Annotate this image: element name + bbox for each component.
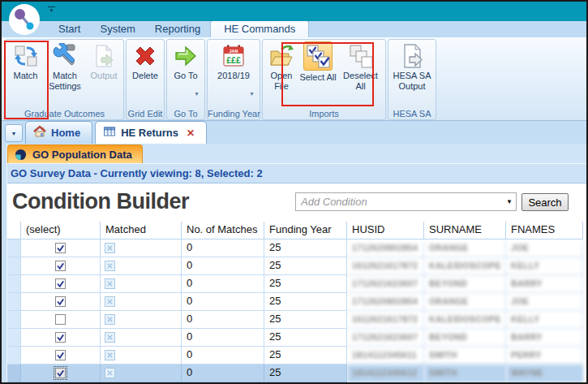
close-tab-icon[interactable]: ✕ [187,127,195,139]
add-condition-input[interactable] [296,196,503,208]
matched-cell [101,257,182,275]
go-to-label: Go To [174,71,197,81]
row-indicator[interactable] [7,365,21,382]
select-checkbox[interactable] [55,332,66,343]
dropdown-arrow-icon[interactable]: ▼ [249,91,255,97]
row-indicator[interactable] [7,275,21,293]
fnames-cell: KELLY [506,311,583,329]
matched-checkbox [105,314,115,325]
no-of-matches-cell: 0 [182,311,264,329]
row-indicator[interactable] [7,257,21,275]
content-area: GO Population Data GO Survey Data - Curr… [2,144,586,384]
select-all-icon [303,41,333,71]
row-indicator[interactable] [7,311,21,329]
no-of-matches-cell: 0 [182,329,264,347]
no-of-matches-cell: 0 [182,257,264,275]
select-checkbox[interactable] [55,350,66,360]
add-condition-combobox[interactable]: ▼ [295,192,517,211]
matched-checkbox [105,368,115,378]
ribbon-tab-he-commands[interactable]: HE Commands [210,20,309,38]
table-row[interactable]: 0251712620802854ORANGEJOE [7,239,583,257]
row-indicator[interactable] [7,239,21,257]
left-panel-strip [2,144,7,384]
select-cell [21,329,101,347]
column-header-surname[interactable]: SURNAME [424,222,506,239]
ribbon-tab-reporting[interactable]: Reporting [145,21,210,37]
select-cell [21,311,101,329]
table-row[interactable]: 0251712621623607BEYONDBARRY [7,329,583,347]
group-label-funding-year: Funding Year [208,109,260,119]
column-header-funding-year[interactable]: Funding Year [264,222,347,239]
svg-text:JAN: JAN [229,49,238,54]
surname-cell: KALEIDOSCOPE [424,257,506,275]
select-checkbox[interactable] [55,261,66,271]
go-population-data-tab[interactable]: GO Population Data [7,145,143,163]
open-file-folder-icon [268,43,294,69]
husid-cell: 1712621623607 [347,329,424,347]
combobox-dropdown-icon[interactable]: ▼ [503,198,516,205]
column-header-husid[interactable]: HUSID [347,222,424,239]
open-file-button[interactable]: Open File [264,41,298,107]
matched-cell [101,311,182,329]
app-logo-icon[interactable] [8,3,41,36]
no-of-matches-cell: 0 [182,293,264,311]
group-label-grid-edit: Grid Edit [127,109,164,119]
select-all-button[interactable]: Select All [298,41,337,107]
deselect-all-button[interactable]: Deselect All [337,41,384,107]
funding-year-cell: 25 [264,347,347,365]
search-button[interactable]: Search [521,193,569,211]
tab-list-dropdown-icon[interactable]: ▼ [5,124,23,142]
table-row[interactable]: 0251814112345612SMITHWAYNE [7,365,583,382]
output-label: Output [90,71,117,81]
match-button[interactable]: Match [7,41,44,107]
column-header-matched[interactable]: Matched [101,222,182,239]
doc-tab-home[interactable]: Home [25,121,92,144]
row-indicator[interactable] [7,347,21,365]
2018-19-button[interactable]: JAN£££2018/19▼ [209,41,258,107]
ribbon-tab-system[interactable]: System [90,21,144,37]
ribbon-tab-start[interactable]: Start [49,21,90,37]
surname-cell: BEYOND [424,329,506,347]
ribbon-tab-strip: StartSystemReportingHE Commands [2,21,586,37]
condition-builder-section: Condition Builder ▼ Search [7,183,586,222]
select-checkbox[interactable] [55,243,66,253]
population-panel-row: GO Population Data [7,144,586,163]
select-checkbox[interactable] [55,314,66,325]
matched-cell [101,239,182,257]
select-checkbox[interactable] [55,368,66,378]
column-header-select[interactable]: (select) [21,222,101,239]
table-row[interactable]: 0251814112345611SMITHPERRY [7,347,583,365]
select-cell [21,239,101,257]
surname-cell: SMITH [424,365,506,382]
matched-cell [101,329,182,347]
go-to-button[interactable]: Go To▼ [169,41,203,107]
no-of-matches-cell: 0 [182,239,264,257]
select-cell [21,293,101,311]
table-row[interactable]: 0251612621617872KALEIDOSCOPEKELLY [7,311,583,329]
condition-builder-title: Condition Builder [12,189,189,214]
dropdown-arrow-icon[interactable]: ▼ [194,91,200,97]
surname-cell: ORANGE [424,239,506,257]
funding-year-cell: 25 [264,365,347,382]
column-header-no-of-matches[interactable]: No. of Matches [182,222,264,239]
table-row[interactable]: 0251712620802854ORANGEJOE [7,293,583,311]
matched-cell [101,365,182,382]
output-button: Output [86,41,122,107]
row-indicator[interactable] [7,329,21,347]
select-checkbox[interactable] [55,278,66,289]
row-indicator[interactable] [7,293,21,311]
table-row[interactable]: 0251712621623607BEYONDBARRY [7,275,583,293]
surname-cell: KALEIDOSCOPE [424,311,506,329]
funding-year-cell: 25 [264,239,347,257]
column-header-fnames[interactable]: FNAMES [506,222,583,239]
delete-button[interactable]: Delete [128,41,162,107]
quick-access-dropdown-icon[interactable]: ▼ [48,6,55,14]
match-settings-button[interactable]: Match Settings [44,41,86,107]
doc-tab-he-returns[interactable]: HE Returns✕ [95,121,207,144]
match-sync-icon [13,43,39,69]
table-row[interactable]: 0251612621617872KALEIDOSCOPEKELLY [7,257,583,275]
select-all-label: Select All [299,72,336,83]
select-checkbox[interactable] [55,296,66,307]
group-label-graduate-outcomes: Graduate Outcomes [6,109,123,119]
hesa-sa-output-button[interactable]: HESA SA Output [390,41,434,107]
